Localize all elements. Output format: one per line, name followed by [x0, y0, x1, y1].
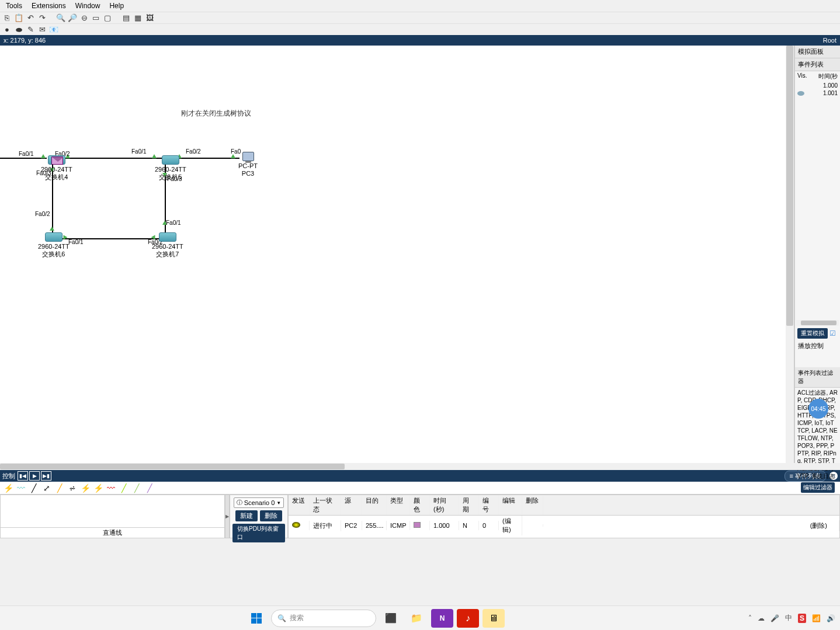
onedrive-icon[interactable]: ☁ — [758, 614, 765, 622]
edit-pdu-link[interactable]: (编辑) — [499, 516, 522, 535]
play-button[interactable]: ▶ — [29, 471, 40, 481]
shape1-icon[interactable]: ● — [2, 25, 12, 34]
color-swatch — [414, 522, 421, 528]
new-scenario-button[interactable]: 新建 — [235, 510, 258, 521]
phone-cable-icon[interactable]: ⩫ — [67, 483, 78, 493]
undo-icon[interactable]: ↶ — [26, 13, 35, 23]
toolbar-main: ⎘ 📋 ↶ ↷ 🔍 🔎 ⊖ ▭ ▢ ▤ ▦ 🖼 — [0, 12, 840, 23]
col-time: 时间(秒 — [818, 72, 838, 81]
grid-icon[interactable]: ▦ — [133, 13, 143, 23]
onenote-icon[interactable]: N — [431, 609, 453, 628]
pdu-table: 发送 上一状态 源 目的 类型 颜色 时间(秒) 周期 编号 编辑 删除 进行中… — [288, 495, 840, 538]
canvas-note: 刚才在关闭生成树协议 — [181, 109, 251, 119]
root-label[interactable]: Root — [823, 37, 836, 44]
auto-connect-icon[interactable]: ⚡ — [2, 483, 14, 493]
console-cable-icon[interactable]: 〰 — [15, 483, 27, 493]
edit-icon[interactable]: ✎ — [26, 25, 35, 34]
pdu-envelope-icon[interactable] — [51, 156, 63, 165]
step-back-button[interactable]: ▮◀ — [18, 471, 28, 481]
menu-tools[interactable]: Tools — [1, 1, 27, 11]
event-row[interactable]: 1.000 — [795, 82, 840, 89]
network-canvas[interactable]: 刚才在关闭生成树协议 Fa0/1 Fa0/2 Fa0/3 Fa0/1 Fa0/2… — [0, 46, 794, 463]
crossover-cable-icon[interactable]: ⤢ — [41, 483, 53, 493]
edit-filter-button[interactable]: 编辑过滤器 — [801, 482, 835, 493]
switch-icon — [162, 155, 179, 165]
wifi-icon[interactable]: 📶 — [812, 614, 821, 622]
checkbox-icon[interactable]: ☑ — [829, 329, 836, 337]
device-preview: 直通线 — [0, 495, 225, 538]
menu-help[interactable]: Help — [105, 1, 129, 11]
list-icon[interactable]: ▤ — [122, 13, 131, 23]
tray-chevron-icon[interactable]: ˄ — [748, 614, 752, 622]
port-label: Fa0/2 — [186, 148, 201, 155]
paste-icon[interactable]: 📋 — [14, 13, 23, 23]
serial-dce-icon[interactable]: ⚡ — [92, 483, 104, 493]
coord-label: x: 2179, y: 846 — [4, 37, 46, 44]
pdu-row[interactable]: 进行中 PC2 255.... ICMP 1.000 N 0 (编辑) (删除) — [289, 516, 839, 535]
preview-label: 直通线 — [1, 527, 224, 538]
pc-icon — [242, 152, 254, 161]
sogou-icon[interactable]: S — [798, 614, 806, 623]
event-row[interactable]: 1.001 — [795, 89, 840, 97]
device-switch-7[interactable]: 2960-24TT 交换机7 — [152, 232, 183, 258]
control-label: 控制 — [2, 472, 15, 481]
system-tray: ˄ ☁ 🎤 中 S 📶 🔊 — [748, 613, 835, 623]
redo-icon[interactable]: ↷ — [37, 13, 47, 23]
task-view-icon[interactable]: ⬛ — [380, 609, 402, 628]
coordinates-bar: x: 2179, y: 846 Root — [0, 35, 840, 46]
netease-music-icon[interactable]: ♪ — [457, 609, 479, 628]
reset-sim-button[interactable]: 重置模拟 — [797, 328, 828, 339]
volume-icon[interactable]: 🔊 — [827, 614, 835, 622]
port-label: Fa0/2 — [35, 211, 50, 217]
envelope-closed-icon[interactable]: ✉ — [37, 25, 47, 34]
col-vis: Vis. — [797, 72, 807, 81]
delete-scenario-button[interactable]: 删除 — [260, 510, 282, 521]
taskbar-search[interactable]: 🔍 搜索 — [271, 610, 376, 627]
image-icon[interactable]: 🖼 — [145, 13, 154, 23]
envelope-open-icon[interactable]: 📧 — [49, 25, 58, 34]
coax-cable-icon[interactable]: ⚡ — [79, 483, 91, 493]
mic-icon[interactable]: 🎤 — [770, 614, 779, 622]
menu-bar: Tools Extensions Window Help — [0, 0, 840, 12]
toggle-pdu-button[interactable]: 切换PDU列表窗口 — [232, 524, 285, 542]
toolbar-secondary: ● ⬬ ✎ ✉ 📧 — [0, 23, 840, 35]
start-button[interactable] — [245, 609, 268, 628]
menu-extensions[interactable]: Extensions — [27, 1, 71, 11]
shape2-icon[interactable]: ⬬ — [14, 25, 23, 34]
zoom-out-icon[interactable]: 🔎 — [68, 13, 77, 23]
scenario-box: Scenario 0 ▼ 新建 删除 切换PDU列表窗口 — [230, 495, 288, 538]
octal-cable-icon[interactable]: ╱ — [118, 483, 130, 493]
usb-cable-icon[interactable]: ╱ — [131, 483, 143, 493]
explorer-icon[interactable]: 📁 — [405, 609, 428, 628]
sim-panel-title: 模拟面板 — [795, 46, 840, 58]
serial-dte-icon[interactable]: 〰 — [105, 483, 117, 493]
zoom-in-icon[interactable]: 🔍 — [56, 13, 65, 23]
draw-rect-icon[interactable]: ▭ — [91, 13, 100, 23]
custom-cable-icon[interactable]: ╱ — [144, 483, 155, 493]
event-list-title: 事件列表 — [795, 58, 840, 71]
zoom-reset-icon[interactable]: ⊖ — [79, 13, 89, 23]
device-switch-6[interactable]: 2960-24TT 交换机6 — [38, 232, 70, 258]
copy-icon[interactable]: ⎘ — [2, 13, 12, 23]
fire-icon — [292, 522, 300, 528]
step-forward-button[interactable]: ▶▮ — [41, 471, 51, 481]
search-icon: 🔍 — [277, 614, 286, 622]
canvas-scrollbar-v[interactable] — [786, 46, 794, 463]
canvas-scrollbar-h[interactable] — [0, 463, 840, 470]
device-switch-5[interactable]: 2960-24TT 交换机5 — [155, 155, 186, 181]
connection-tools: ⚡ 〰 ╱ ⤢ ╱ ⩫ ⚡ ⚡ 〰 ╱ ╱ ╱ — [0, 482, 840, 495]
expand-handle[interactable]: ▶ — [225, 495, 230, 538]
packet-tracer-icon[interactable]: 🖥 — [483, 609, 505, 628]
fiber-cable-icon[interactable]: ╱ — [54, 483, 65, 493]
device-pc-3[interactable]: PC-PT PC3 — [238, 152, 258, 177]
delete-all-link[interactable]: (删除) — [543, 520, 839, 531]
port-label: Fa0/1 — [166, 220, 181, 226]
sim-scrollbar-h[interactable] — [796, 320, 839, 326]
draw-rect2-icon[interactable]: ▢ — [103, 13, 112, 23]
switch-icon — [159, 232, 176, 242]
scenario-select[interactable]: Scenario 0 ▼ — [234, 497, 284, 508]
ime-icon[interactable]: 中 — [785, 613, 792, 623]
port-label: Fa0/1 — [131, 148, 147, 155]
straight-cable-icon[interactable]: ╱ — [28, 483, 40, 493]
menu-window[interactable]: Window — [71, 1, 105, 11]
